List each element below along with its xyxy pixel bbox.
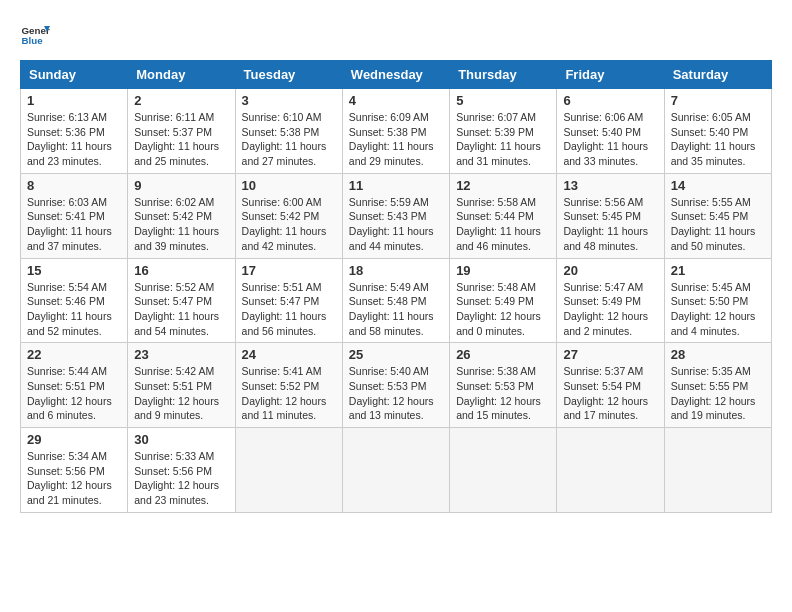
calendar-cell: 25Sunrise: 5:40 AMSunset: 5:53 PMDayligh…: [342, 343, 449, 428]
day-info: Sunrise: 6:07 AMSunset: 5:39 PMDaylight:…: [456, 110, 550, 169]
day-info: Sunrise: 6:03 AMSunset: 5:41 PMDaylight:…: [27, 195, 121, 254]
calendar-cell: 28Sunrise: 5:35 AMSunset: 5:55 PMDayligh…: [664, 343, 771, 428]
day-number: 16: [134, 263, 228, 278]
day-number: 17: [242, 263, 336, 278]
day-info: Sunrise: 6:09 AMSunset: 5:38 PMDaylight:…: [349, 110, 443, 169]
day-number: 21: [671, 263, 765, 278]
day-number: 10: [242, 178, 336, 193]
day-number: 27: [563, 347, 657, 362]
calendar-cell: [450, 428, 557, 513]
day-number: 12: [456, 178, 550, 193]
day-info: Sunrise: 6:00 AMSunset: 5:42 PMDaylight:…: [242, 195, 336, 254]
calendar-cell: 8Sunrise: 6:03 AMSunset: 5:41 PMDaylight…: [21, 173, 128, 258]
day-number: 7: [671, 93, 765, 108]
day-number: 18: [349, 263, 443, 278]
day-info: Sunrise: 5:55 AMSunset: 5:45 PMDaylight:…: [671, 195, 765, 254]
weekday-header: Sunday: [21, 61, 128, 89]
calendar-cell: 2Sunrise: 6:11 AMSunset: 5:37 PMDaylight…: [128, 89, 235, 174]
day-number: 26: [456, 347, 550, 362]
calendar-cell: [664, 428, 771, 513]
day-number: 3: [242, 93, 336, 108]
day-number: 9: [134, 178, 228, 193]
calendar-row: 15Sunrise: 5:54 AMSunset: 5:46 PMDayligh…: [21, 258, 772, 343]
day-number: 6: [563, 93, 657, 108]
calendar-table: SundayMondayTuesdayWednesdayThursdayFrid…: [20, 60, 772, 513]
calendar-cell: 20Sunrise: 5:47 AMSunset: 5:49 PMDayligh…: [557, 258, 664, 343]
calendar-cell: 18Sunrise: 5:49 AMSunset: 5:48 PMDayligh…: [342, 258, 449, 343]
day-info: Sunrise: 5:44 AMSunset: 5:51 PMDaylight:…: [27, 364, 121, 423]
day-info: Sunrise: 5:52 AMSunset: 5:47 PMDaylight:…: [134, 280, 228, 339]
calendar-cell: 9Sunrise: 6:02 AMSunset: 5:42 PMDaylight…: [128, 173, 235, 258]
day-number: 29: [27, 432, 121, 447]
day-number: 19: [456, 263, 550, 278]
day-info: Sunrise: 5:51 AMSunset: 5:47 PMDaylight:…: [242, 280, 336, 339]
calendar-cell: 5Sunrise: 6:07 AMSunset: 5:39 PMDaylight…: [450, 89, 557, 174]
day-number: 2: [134, 93, 228, 108]
day-info: Sunrise: 6:05 AMSunset: 5:40 PMDaylight:…: [671, 110, 765, 169]
day-info: Sunrise: 6:06 AMSunset: 5:40 PMDaylight:…: [563, 110, 657, 169]
day-info: Sunrise: 5:59 AMSunset: 5:43 PMDaylight:…: [349, 195, 443, 254]
day-number: 23: [134, 347, 228, 362]
day-info: Sunrise: 5:37 AMSunset: 5:54 PMDaylight:…: [563, 364, 657, 423]
calendar-cell: 17Sunrise: 5:51 AMSunset: 5:47 PMDayligh…: [235, 258, 342, 343]
day-number: 13: [563, 178, 657, 193]
day-info: Sunrise: 5:34 AMSunset: 5:56 PMDaylight:…: [27, 449, 121, 508]
day-number: 22: [27, 347, 121, 362]
day-info: Sunrise: 5:54 AMSunset: 5:46 PMDaylight:…: [27, 280, 121, 339]
calendar-cell: [235, 428, 342, 513]
day-info: Sunrise: 5:35 AMSunset: 5:55 PMDaylight:…: [671, 364, 765, 423]
day-info: Sunrise: 6:11 AMSunset: 5:37 PMDaylight:…: [134, 110, 228, 169]
calendar-cell: 10Sunrise: 6:00 AMSunset: 5:42 PMDayligh…: [235, 173, 342, 258]
day-number: 28: [671, 347, 765, 362]
day-number: 15: [27, 263, 121, 278]
page-header: General Blue: [20, 20, 772, 50]
day-number: 24: [242, 347, 336, 362]
weekday-header: Monday: [128, 61, 235, 89]
logo-icon: General Blue: [20, 20, 50, 50]
day-number: 20: [563, 263, 657, 278]
calendar-cell: [342, 428, 449, 513]
day-number: 14: [671, 178, 765, 193]
calendar-row: 1Sunrise: 6:13 AMSunset: 5:36 PMDaylight…: [21, 89, 772, 174]
calendar-row: 8Sunrise: 6:03 AMSunset: 5:41 PMDaylight…: [21, 173, 772, 258]
weekday-header: Thursday: [450, 61, 557, 89]
day-info: Sunrise: 6:10 AMSunset: 5:38 PMDaylight:…: [242, 110, 336, 169]
calendar-cell: 14Sunrise: 5:55 AMSunset: 5:45 PMDayligh…: [664, 173, 771, 258]
day-info: Sunrise: 5:47 AMSunset: 5:49 PMDaylight:…: [563, 280, 657, 339]
weekday-header: Tuesday: [235, 61, 342, 89]
day-info: Sunrise: 5:42 AMSunset: 5:51 PMDaylight:…: [134, 364, 228, 423]
calendar-cell: 23Sunrise: 5:42 AMSunset: 5:51 PMDayligh…: [128, 343, 235, 428]
calendar-cell: 27Sunrise: 5:37 AMSunset: 5:54 PMDayligh…: [557, 343, 664, 428]
day-number: 4: [349, 93, 443, 108]
calendar-cell: 15Sunrise: 5:54 AMSunset: 5:46 PMDayligh…: [21, 258, 128, 343]
day-info: Sunrise: 5:56 AMSunset: 5:45 PMDaylight:…: [563, 195, 657, 254]
calendar-cell: 30Sunrise: 5:33 AMSunset: 5:56 PMDayligh…: [128, 428, 235, 513]
calendar-cell: 7Sunrise: 6:05 AMSunset: 5:40 PMDaylight…: [664, 89, 771, 174]
day-number: 11: [349, 178, 443, 193]
calendar-cell: 4Sunrise: 6:09 AMSunset: 5:38 PMDaylight…: [342, 89, 449, 174]
svg-text:Blue: Blue: [22, 35, 44, 46]
day-info: Sunrise: 6:02 AMSunset: 5:42 PMDaylight:…: [134, 195, 228, 254]
calendar-cell: 13Sunrise: 5:56 AMSunset: 5:45 PMDayligh…: [557, 173, 664, 258]
day-number: 8: [27, 178, 121, 193]
weekday-header: Friday: [557, 61, 664, 89]
calendar-cell: 24Sunrise: 5:41 AMSunset: 5:52 PMDayligh…: [235, 343, 342, 428]
calendar-cell: 26Sunrise: 5:38 AMSunset: 5:53 PMDayligh…: [450, 343, 557, 428]
calendar-row: 29Sunrise: 5:34 AMSunset: 5:56 PMDayligh…: [21, 428, 772, 513]
day-info: Sunrise: 5:45 AMSunset: 5:50 PMDaylight:…: [671, 280, 765, 339]
calendar-cell: 16Sunrise: 5:52 AMSunset: 5:47 PMDayligh…: [128, 258, 235, 343]
calendar-cell: 1Sunrise: 6:13 AMSunset: 5:36 PMDaylight…: [21, 89, 128, 174]
calendar-cell: 29Sunrise: 5:34 AMSunset: 5:56 PMDayligh…: [21, 428, 128, 513]
weekday-header: Wednesday: [342, 61, 449, 89]
calendar-cell: 22Sunrise: 5:44 AMSunset: 5:51 PMDayligh…: [21, 343, 128, 428]
weekday-header: Saturday: [664, 61, 771, 89]
calendar-cell: 12Sunrise: 5:58 AMSunset: 5:44 PMDayligh…: [450, 173, 557, 258]
calendar-cell: 21Sunrise: 5:45 AMSunset: 5:50 PMDayligh…: [664, 258, 771, 343]
day-info: Sunrise: 5:38 AMSunset: 5:53 PMDaylight:…: [456, 364, 550, 423]
day-info: Sunrise: 5:48 AMSunset: 5:49 PMDaylight:…: [456, 280, 550, 339]
calendar-cell: [557, 428, 664, 513]
weekday-header-row: SundayMondayTuesdayWednesdayThursdayFrid…: [21, 61, 772, 89]
calendar-cell: 6Sunrise: 6:06 AMSunset: 5:40 PMDaylight…: [557, 89, 664, 174]
logo: General Blue: [20, 20, 50, 50]
calendar-cell: 11Sunrise: 5:59 AMSunset: 5:43 PMDayligh…: [342, 173, 449, 258]
